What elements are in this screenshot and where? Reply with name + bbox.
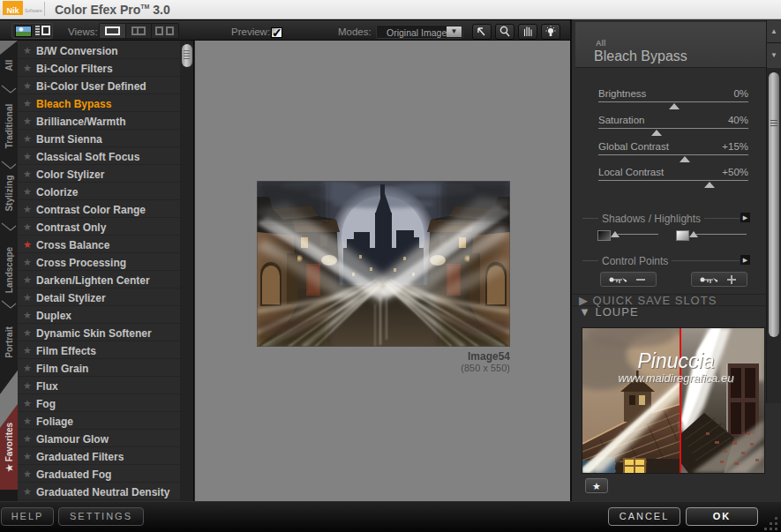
- svg-text:www.maidiregrafica.eu: www.maidiregrafica.eu: [619, 371, 734, 385]
- svg-text:Pinuccia: Pinuccia: [638, 349, 715, 372]
